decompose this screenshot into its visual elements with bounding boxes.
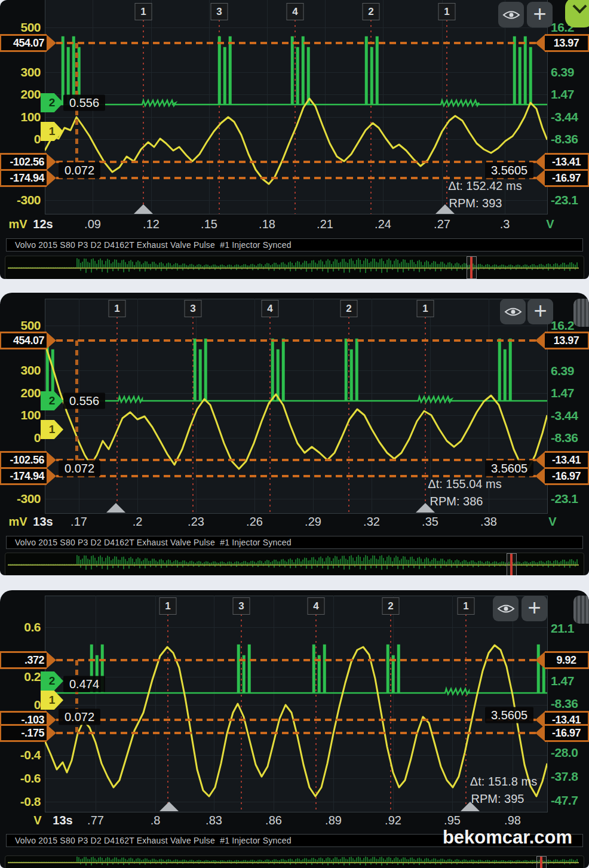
x-axis-tick-label: .2 — [133, 515, 143, 529]
overview-position-marker[interactable] — [507, 553, 517, 575]
add-channel-button[interactable]: + — [521, 596, 547, 621]
voltage-cursor-value-right[interactable]: 9.92 — [545, 651, 589, 669]
y-axis-label-left: 200 — [1, 386, 41, 400]
y-axis-label-left: 200 — [1, 87, 41, 102]
overview-position-marker[interactable] — [467, 256, 477, 279]
y-axis-label-right: -23.1 — [551, 193, 589, 207]
time-cursor-value-right: 3.5605 — [485, 461, 533, 477]
y-axis-label-left: -0.6 — [1, 771, 41, 786]
y-axis-label-left: 0.2 — [1, 670, 41, 684]
overview-scrubber[interactable] — [5, 256, 584, 279]
eye-visibility-button[interactable] — [500, 299, 526, 324]
axis-marker-triangle[interactable] — [134, 204, 153, 214]
cylinder-label: 3 — [211, 3, 228, 20]
voltage-cursor-value-left[interactable]: .372 — [0, 651, 47, 669]
voltage-cursor-value-left[interactable]: -174.94 — [0, 169, 47, 187]
voltage-cursor-value-right[interactable]: 13.97 — [545, 332, 589, 349]
overview-position-marker[interactable] — [536, 856, 547, 868]
recording-title-bar: Volvo 2015 S80 P3 D2 D4162T Exhaust Valv… — [6, 536, 583, 549]
overview-scrubber[interactable] — [5, 553, 584, 575]
voltage-cursor-line — [45, 732, 547, 734]
trace-channel1-yellow — [45, 343, 547, 469]
x-axis-tick-label: .21 — [317, 217, 333, 231]
panel-drag-handle[interactable] — [573, 299, 589, 327]
eye-icon — [497, 603, 515, 615]
voltage-cursor-line — [45, 42, 547, 44]
eye-visibility-button[interactable] — [498, 2, 524, 27]
overview-scrubber[interactable] — [5, 855, 584, 868]
voltage-cursor-line — [45, 719, 547, 721]
y-axis-label-right: -3.44 — [551, 409, 589, 423]
delta-t-readout: Δt: 155.04 ms — [428, 477, 501, 491]
y-axis-label-right: 1.47 — [551, 386, 589, 400]
y-axis-label-right: -8.36 — [551, 132, 589, 146]
x-axis-start-label: 13s — [53, 814, 72, 827]
add-channel-button[interactable]: + — [527, 299, 553, 324]
voltage-cursor-value-left[interactable]: 454.07 — [0, 332, 47, 349]
voltage-cursor-value-right[interactable]: -13.41 — [545, 153, 589, 171]
x-axis-tick-label: .86 — [265, 814, 282, 827]
y-axis-label-right: -8.36 — [551, 431, 589, 445]
x-axis-unit-left: mV — [8, 217, 27, 231]
cylinder-label: 4 — [287, 3, 304, 20]
voltage-cursor-line — [45, 459, 547, 461]
x-axis-tick-label: .95 — [444, 814, 461, 827]
x-axis-tick-label: .27 — [434, 217, 450, 231]
cylinder-label: 1 — [438, 3, 456, 20]
time-cursor-value: 0.072 — [59, 709, 100, 725]
y-axis-label-left: 0.6 — [1, 620, 41, 634]
recording-title-bar: Volvo 2015 S80 P3 D2 D4162T Exhaust Valv… — [6, 238, 583, 251]
cylinder-label: 1 — [417, 300, 434, 317]
watermark: bekomcar.com — [443, 827, 572, 848]
scope-panel-3: 13421.372-.103-.1759.92-13.41-16.970.072… — [0, 590, 589, 868]
x-axis-start-label: 12s — [33, 217, 53, 231]
y-axis-label-left: 300 — [1, 363, 41, 378]
voltage-cursor-value-right[interactable]: -16.97 — [545, 467, 589, 485]
x-axis-tick-label: .18 — [259, 217, 275, 231]
y-axis-label-left: 100 — [1, 408, 41, 422]
cursor-delta-value: 0.556 — [63, 393, 105, 409]
voltage-cursor-value-right[interactable]: -16.97 — [545, 169, 589, 187]
add-channel-button[interactable]: + — [527, 2, 553, 27]
x-axis-tick-label: .23 — [188, 515, 204, 529]
cylinder-label: 2 — [340, 300, 358, 317]
y-axis-label-left: 0 — [1, 132, 41, 146]
voltage-cursor-value-left[interactable]: -102.56 — [0, 153, 47, 171]
voltage-cursor-value-right[interactable]: -16.97 — [545, 724, 589, 742]
collapse-panel-button[interactable] — [565, 0, 589, 27]
y-axis-label-right: -3.44 — [551, 110, 589, 124]
voltage-cursor-value-left[interactable]: -102.56 — [0, 451, 47, 469]
x-axis-unit-right: V — [548, 515, 556, 529]
x-axis-tick-label: .12 — [143, 217, 159, 231]
eye-icon — [502, 9, 520, 21]
x-axis-tick-label: .38 — [480, 515, 497, 529]
cursor-delta-value: 0.474 — [63, 676, 105, 692]
y-axis-label-left: -300 — [1, 492, 41, 506]
plus-icon: + — [533, 299, 547, 322]
position-marker-line — [540, 857, 542, 868]
voltage-cursor-value-left[interactable]: -.175 — [0, 724, 47, 742]
x-axis-unit-right: V — [546, 217, 554, 231]
x-axis-start-label: 13s — [33, 515, 53, 529]
rpm-readout: RPM: 393 — [449, 197, 502, 210]
y-axis-label-right: 1.47 — [551, 674, 589, 688]
panel-drag-handle[interactable] — [573, 596, 589, 624]
voltage-cursor-value-left[interactable]: -174.94 — [0, 467, 47, 485]
time-cursor-value: 0.072 — [59, 162, 100, 179]
voltage-cursor-value-left[interactable]: 454.07 — [0, 34, 47, 52]
y-axis-label-left: -0.4 — [1, 748, 41, 762]
delta-t-readout: Δt: 152.42 ms — [448, 179, 521, 193]
eye-icon — [504, 306, 522, 318]
y-axis-label-right: -23.1 — [551, 492, 589, 506]
axis-marker-triangle[interactable] — [106, 503, 125, 513]
overview-waveform — [5, 856, 584, 868]
voltage-cursor-line — [45, 339, 547, 342]
cylinder-label: 1 — [109, 300, 126, 317]
voltage-cursor-value-right[interactable]: -13.41 — [545, 451, 589, 469]
plus-icon: + — [527, 596, 541, 619]
y-axis-label-right: -47.7 — [551, 793, 589, 808]
trace-channel1-yellow — [45, 99, 547, 184]
eye-visibility-button[interactable] — [493, 596, 519, 621]
voltage-cursor-value-right[interactable]: 13.97 — [545, 34, 589, 52]
axis-marker-triangle[interactable] — [159, 802, 179, 811]
